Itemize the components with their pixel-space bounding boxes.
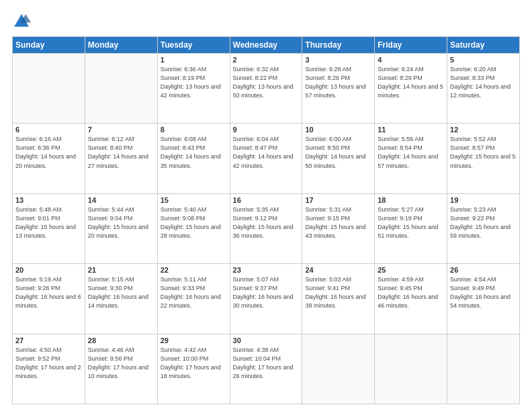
day-number: 9	[233, 126, 300, 134]
calendar-cell: 22Sunrise: 5:11 AMSunset: 9:33 PMDayligh…	[157, 264, 230, 334]
day-info: Sunrise: 6:00 AMSunset: 8:50 PMDaylight:…	[305, 135, 371, 170]
day-info: Sunrise: 4:38 AMSunset: 10:04 PMDaylight…	[233, 346, 300, 381]
day-number: 7	[88, 126, 154, 134]
day-number: 16	[233, 196, 300, 204]
day-info: Sunrise: 4:46 AMSunset: 9:56 PMDaylight:…	[88, 346, 154, 381]
day-number: 25	[378, 266, 444, 274]
day-info: Sunrise: 5:03 AMSunset: 9:41 PMDaylight:…	[305, 275, 371, 310]
calendar-cell: 20Sunrise: 5:19 AMSunset: 9:26 PMDayligh…	[13, 264, 85, 334]
day-number: 21	[88, 266, 154, 274]
weekday-header-sunday: Sunday	[13, 37, 85, 54]
calendar-cell: 17Sunrise: 5:31 AMSunset: 9:15 PMDayligh…	[302, 193, 375, 263]
weekday-header-tuesday: Tuesday	[157, 37, 230, 54]
calendar-cell: 10Sunrise: 6:00 AMSunset: 8:50 PMDayligh…	[302, 124, 375, 193]
day-number: 14	[88, 196, 154, 204]
calendar-cell: 2Sunrise: 6:32 AMSunset: 8:22 PMDaylight…	[230, 54, 302, 124]
day-info: Sunrise: 5:11 AMSunset: 9:33 PMDaylight:…	[161, 275, 227, 310]
day-number: 3	[305, 56, 371, 64]
day-info: Sunrise: 4:54 AMSunset: 9:49 PMDaylight:…	[450, 275, 517, 310]
day-info: Sunrise: 5:40 AMSunset: 9:08 PMDaylight:…	[161, 205, 227, 240]
day-info: Sunrise: 5:48 AMSunset: 9:01 PMDaylight:…	[15, 205, 82, 240]
calendar-cell: 6Sunrise: 6:16 AMSunset: 8:36 PMDaylight…	[13, 124, 85, 193]
page: SundayMondayTuesdayWednesdayThursdayFrid…	[0, 0, 532, 411]
day-info: Sunrise: 5:27 AMSunset: 9:19 PMDaylight:…	[378, 205, 444, 240]
calendar-cell: 3Sunrise: 6:28 AMSunset: 8:26 PMDaylight…	[302, 54, 375, 124]
day-number: 19	[450, 196, 517, 204]
day-number: 1	[161, 56, 227, 64]
calendar-week-0: 1Sunrise: 6:36 AMSunset: 8:19 PMDaylight…	[13, 54, 520, 124]
day-info: Sunrise: 5:15 AMSunset: 9:30 PMDaylight:…	[88, 275, 154, 310]
day-number: 10	[305, 126, 371, 134]
day-info: Sunrise: 6:24 AMSunset: 8:29 PMDaylight:…	[378, 65, 444, 100]
calendar-cell: 7Sunrise: 6:12 AMSunset: 8:40 PMDaylight…	[85, 124, 157, 193]
calendar-cell: 30Sunrise: 4:38 AMSunset: 10:04 PMDaylig…	[230, 334, 302, 404]
day-info: Sunrise: 6:04 AMSunset: 8:47 PMDaylight:…	[233, 135, 300, 170]
day-number: 22	[161, 266, 227, 274]
day-number: 17	[305, 196, 371, 204]
calendar-cell: 9Sunrise: 6:04 AMSunset: 8:47 PMDaylight…	[230, 124, 302, 193]
day-number: 5	[450, 56, 517, 64]
day-number: 29	[161, 336, 227, 345]
day-info: Sunrise: 5:35 AMSunset: 9:12 PMDaylight:…	[233, 205, 300, 240]
day-info: Sunrise: 5:44 AMSunset: 9:04 PMDaylight:…	[88, 205, 154, 240]
calendar-cell: 4Sunrise: 6:24 AMSunset: 8:29 PMDaylight…	[375, 54, 447, 124]
calendar-cell: 14Sunrise: 5:44 AMSunset: 9:04 PMDayligh…	[85, 193, 157, 263]
day-number: 2	[233, 56, 300, 64]
weekday-header-thursday: Thursday	[302, 37, 375, 54]
calendar-week-3: 20Sunrise: 5:19 AMSunset: 9:26 PMDayligh…	[13, 264, 520, 334]
day-number: 24	[305, 266, 371, 274]
day-info: Sunrise: 6:36 AMSunset: 8:19 PMDaylight:…	[161, 65, 227, 100]
calendar-cell: 29Sunrise: 4:42 AMSunset: 10:00 PMDaylig…	[157, 334, 230, 404]
weekday-header-wednesday: Wednesday	[230, 37, 302, 54]
day-info: Sunrise: 6:08 AMSunset: 8:43 PMDaylight:…	[161, 135, 227, 170]
day-info: Sunrise: 5:31 AMSunset: 9:15 PMDaylight:…	[305, 205, 371, 240]
day-info: Sunrise: 6:28 AMSunset: 8:26 PMDaylight:…	[305, 65, 371, 100]
logo	[12, 12, 34, 31]
weekday-header-monday: Monday	[85, 37, 157, 54]
day-info: Sunrise: 6:16 AMSunset: 8:36 PMDaylight:…	[15, 135, 82, 170]
calendar-cell: 28Sunrise: 4:46 AMSunset: 9:56 PMDayligh…	[85, 334, 157, 404]
calendar-week-4: 27Sunrise: 4:50 AMSunset: 9:52 PMDayligh…	[13, 334, 520, 404]
day-info: Sunrise: 6:20 AMSunset: 8:33 PMDaylight:…	[450, 65, 517, 100]
weekday-header-friday: Friday	[375, 37, 447, 54]
day-info: Sunrise: 4:59 AMSunset: 9:45 PMDaylight:…	[378, 275, 444, 310]
day-number: 26	[450, 266, 517, 274]
calendar-cell	[302, 334, 375, 404]
calendar-week-2: 13Sunrise: 5:48 AMSunset: 9:01 PMDayligh…	[13, 193, 520, 263]
calendar-cell	[13, 54, 85, 124]
day-info: Sunrise: 5:19 AMSunset: 9:26 PMDaylight:…	[15, 275, 82, 310]
day-info: Sunrise: 5:07 AMSunset: 9:37 PMDaylight:…	[233, 275, 300, 310]
calendar-cell: 8Sunrise: 6:08 AMSunset: 8:43 PMDaylight…	[157, 124, 230, 193]
day-number: 20	[15, 266, 82, 274]
calendar-cell: 18Sunrise: 5:27 AMSunset: 9:19 PMDayligh…	[375, 193, 447, 263]
calendar-cell: 19Sunrise: 5:23 AMSunset: 9:22 PMDayligh…	[447, 193, 520, 263]
calendar-cell: 27Sunrise: 4:50 AMSunset: 9:52 PMDayligh…	[13, 334, 85, 404]
day-number: 18	[378, 196, 444, 204]
day-number: 11	[378, 126, 444, 134]
day-number: 28	[88, 336, 154, 345]
logo-icon	[12, 12, 31, 31]
day-info: Sunrise: 4:42 AMSunset: 10:00 PMDaylight…	[161, 346, 227, 381]
day-info: Sunrise: 5:23 AMSunset: 9:22 PMDaylight:…	[450, 205, 517, 240]
day-number: 27	[15, 336, 82, 345]
day-info: Sunrise: 5:56 AMSunset: 8:54 PMDaylight:…	[378, 135, 444, 170]
calendar-cell: 15Sunrise: 5:40 AMSunset: 9:08 PMDayligh…	[157, 193, 230, 263]
calendar-cell: 25Sunrise: 4:59 AMSunset: 9:45 PMDayligh…	[375, 264, 447, 334]
day-info: Sunrise: 6:12 AMSunset: 8:40 PMDaylight:…	[88, 135, 154, 170]
day-number: 13	[15, 196, 82, 204]
day-number: 8	[161, 126, 227, 134]
day-info: Sunrise: 6:32 AMSunset: 8:22 PMDaylight:…	[233, 65, 300, 100]
day-number: 15	[161, 196, 227, 204]
calendar-cell: 12Sunrise: 5:52 AMSunset: 8:57 PMDayligh…	[447, 124, 520, 193]
calendar-cell: 23Sunrise: 5:07 AMSunset: 9:37 PMDayligh…	[230, 264, 302, 334]
day-number: 4	[378, 56, 444, 64]
calendar-cell: 24Sunrise: 5:03 AMSunset: 9:41 PMDayligh…	[302, 264, 375, 334]
day-info: Sunrise: 4:50 AMSunset: 9:52 PMDaylight:…	[15, 346, 82, 381]
day-number: 12	[450, 126, 517, 134]
calendar-header-row: SundayMondayTuesdayWednesdayThursdayFrid…	[13, 37, 520, 54]
calendar-cell: 16Sunrise: 5:35 AMSunset: 9:12 PMDayligh…	[230, 193, 302, 263]
day-number: 30	[233, 336, 300, 345]
calendar-cell: 11Sunrise: 5:56 AMSunset: 8:54 PMDayligh…	[375, 124, 447, 193]
weekday-header-saturday: Saturday	[447, 37, 520, 54]
calendar-table: SundayMondayTuesdayWednesdayThursdayFrid…	[12, 36, 520, 404]
